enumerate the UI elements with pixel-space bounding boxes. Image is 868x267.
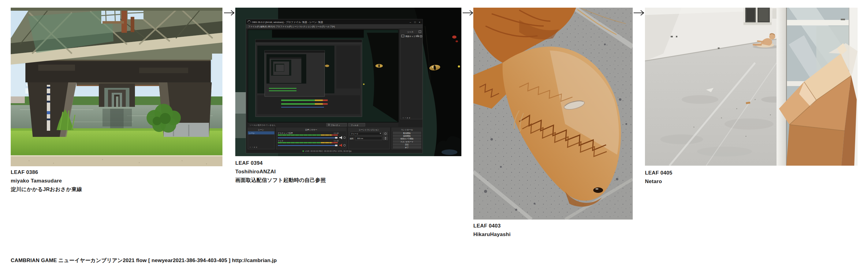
mixer-ch1-db: 0.0 dB: [334, 132, 339, 134]
leaf-0405-caption: LEAF 0405 Netaro: [645, 169, 673, 186]
live-dot-icon: [303, 150, 304, 152]
mixer-panel-title: 音声ミキサー: [305, 128, 317, 131]
virtual-camera-button: 仮想カメラ開始: [401, 138, 413, 140]
leaf-id: LEAF 0403: [473, 222, 510, 230]
obs-mixer-dock: 音声ミキサー デスクトップ音声 0.0 dB マイク 0.0 dB: [276, 128, 346, 149]
properties-button: プロパティ: [331, 124, 340, 126]
maximize-icon: □: [414, 21, 416, 24]
leaf-author: miyako Tamasudare: [11, 177, 82, 185]
scene-item-label: シーン: [249, 132, 254, 134]
no-source-label: ソースが選択されていません: [249, 124, 276, 126]
mixer-ch2-label: マイク: [278, 140, 283, 142]
obs-scenes-dock: シーン シーン ＋ − ∧ ∨: [248, 128, 274, 149]
obs-window-title: OBS 26.0.2 (64-bit, windows) - プロファイル: 無…: [252, 21, 323, 24]
leaf-0394-photo: OBS 26.0.2 (64-bit, windows) - プロファイル: 無…: [235, 8, 461, 156]
leaf-author: ToshihiroANZAI: [235, 168, 326, 176]
leaf-0386-image[interactable]: [11, 8, 222, 166]
settings-button: 設定: [405, 143, 409, 146]
obs-controls-dock: コントロール 配信開始 録画開始 仮想カメラ開始 スタジオモード 設定 終了: [392, 128, 423, 149]
flow-arrow-icon: [224, 10, 235, 16]
sources-panel-title: ソース: [407, 31, 413, 33]
duration-label: 期間: [350, 138, 353, 140]
start-streaming-button: 配信開始: [403, 132, 411, 135]
flow-arrow-icon: [462, 10, 474, 16]
close-icon: ×: [419, 21, 421, 24]
cambrian-flow-page: LEAF 0386 miyako Tamasudare 淀川にかかるJRおおさか…: [0, 0, 868, 267]
leaf-0403-image[interactable]: [473, 8, 633, 219]
footer-caption: CAMBRIAN GAME ニューイヤーカンブリアン2021 flow [ ne…: [11, 257, 277, 264]
source-item-label: 画面キャプチャ: [405, 35, 420, 37]
exit-button: 終了: [405, 147, 409, 149]
obs-preview: [248, 30, 398, 122]
obs-transitions-dock: シーントランジション フェード 期間 300 ms: [348, 128, 390, 149]
leaf-0403-caption: LEAF 0403 HikaruHayashi: [473, 222, 510, 239]
controls-panel-title: コントロール: [401, 128, 413, 131]
leaf-id: LEAF 0394: [235, 159, 326, 168]
leaf-id: LEAF 0405: [645, 169, 673, 177]
leaf-title: 画面取込配信ソフト起動時の自己参照: [235, 176, 326, 185]
leaf-0394-image[interactable]: OBS 26.0.2 (64-bit, windows) - プロファイル: 無…: [235, 8, 461, 156]
mixer-ch2-db: 0.0 dB: [334, 140, 339, 142]
leaf-0386-photo: [11, 8, 222, 166]
scenes-panel-title: シーン: [258, 128, 264, 131]
leaf-id: LEAF 0386: [11, 168, 82, 177]
leaf-0405-photo: [645, 8, 858, 166]
minimize-icon: –: [410, 21, 411, 24]
leaf-0394-caption: LEAF 0394 ToshihiroANZAI 画面取込配信ソフト起動時の自己…: [235, 159, 326, 185]
sources-dock-toolbar: ＋ − ∧ ∨: [402, 117, 410, 119]
flow-arrow-icon: [633, 10, 645, 16]
mixer-ch1-label: デスクトップ音声: [278, 132, 293, 135]
leaf-author: Netaro: [645, 177, 673, 186]
obs-window: OBS 26.0.2 (64-bit, windows) - プロファイル: 無…: [246, 19, 423, 153]
leaf-0403-photo: [473, 8, 633, 219]
leaf-title: 淀川にかかるJRおおさか東線: [11, 185, 82, 194]
start-recording-button: 録画開始: [403, 135, 411, 137]
obs-status-bar: LIVE: 00:00:00 REC: 00:00:00 CPU: 3.5%, …: [305, 150, 352, 152]
scenes-dock-toolbar: ＋ − ∧ ∨: [249, 146, 257, 148]
leaf-author: HikaruHayashi: [473, 230, 510, 239]
transition-select: フェード: [351, 133, 358, 135]
transitions-panel-title: シーントランジション: [359, 128, 379, 131]
obs-source-toolbar: ソースが選択されていません プロパティ フィルタ: [248, 123, 398, 127]
duration-value: 300 ms: [357, 138, 363, 139]
obs-sources-dock: ソース 画面キャプチャ ＋ − ∧ ∨: [400, 30, 423, 119]
studio-mode-button: スタジオモード: [401, 141, 414, 143]
gravel-path: [11, 155, 222, 166]
filters-button: フィルタ: [351, 124, 359, 126]
leaf-0405-image[interactable]: [645, 8, 858, 166]
leaf-0386-caption: LEAF 0386 miyako Tamasudare 淀川にかかるJRおおさか…: [11, 168, 82, 194]
obs-menu-bar: ファイル(F) 編集(E) 表示(V) プロファイル(P) シーンコレクション(…: [248, 25, 335, 28]
